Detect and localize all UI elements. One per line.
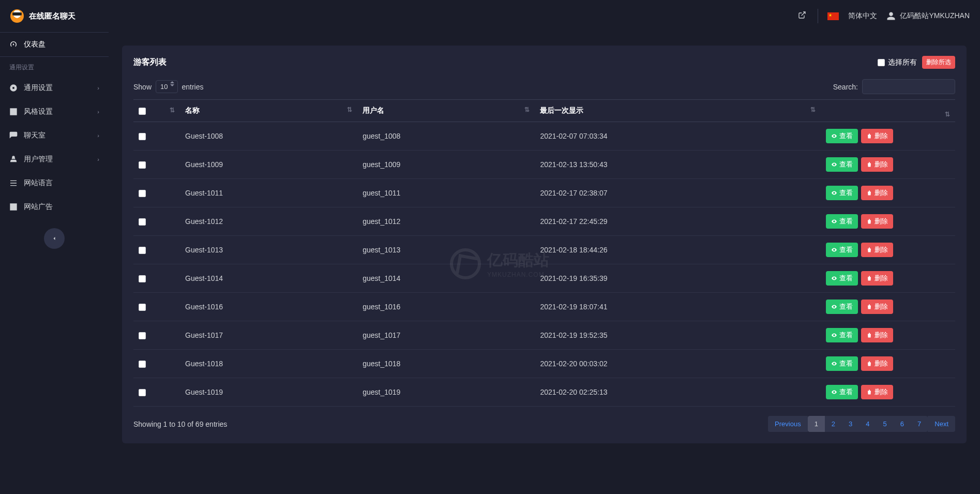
sidebar-item-4[interactable]: 网站语言: [0, 171, 109, 195]
search-input[interactable]: [862, 79, 955, 94]
sidebar-item-0[interactable]: 通用设置›: [0, 76, 109, 100]
table-row: Guest-1009guest_10092021-02-13 13:50:43查…: [133, 151, 955, 179]
topbar-right: 简体中文 亿码酷站YMKUZHAN: [796, 9, 970, 23]
view-button[interactable]: 查看: [826, 129, 858, 143]
page-prev[interactable]: Previous: [768, 416, 808, 432]
select-all-wrapper[interactable]: 选择所有: [878, 58, 917, 67]
cell-username: guest_1013: [357, 236, 535, 264]
row-checkbox[interactable]: [139, 304, 146, 311]
chevron-right-icon: ›: [97, 85, 99, 91]
view-button[interactable]: 查看: [826, 157, 858, 172]
trash-icon: [866, 275, 872, 281]
row-checkbox[interactable]: [139, 361, 146, 368]
user-menu[interactable]: 亿码酷站YMKUZHAN: [886, 11, 970, 21]
sidebar-item-label: 网站语言: [24, 178, 53, 188]
entries-length-control: Show 10 entries: [133, 80, 204, 93]
col-actions[interactable]: [821, 100, 955, 122]
row-checkbox[interactable]: [139, 389, 146, 396]
brand-title: 在线匿名聊天: [29, 11, 76, 21]
row-checkbox[interactable]: [139, 275, 146, 282]
nav-icon-3: [9, 155, 18, 163]
select-all-label: 选择所有: [888, 58, 917, 67]
sidebar-item-3[interactable]: 用户管理›: [0, 147, 109, 171]
cell-name: Guest-1017: [180, 321, 357, 350]
page-2[interactable]: 2: [825, 416, 842, 432]
sidebar-item-2[interactable]: 聊天室›: [0, 124, 109, 147]
row-checkbox[interactable]: [139, 247, 146, 254]
sidebar-collapse-button[interactable]: [44, 228, 65, 249]
page-next[interactable]: Next: [928, 416, 955, 432]
pagination: Previous 1234567 Next: [768, 416, 955, 432]
delete-button[interactable]: 删除: [861, 356, 893, 371]
guest-list-card: 游客列表 选择所有 删除所选 Show 10: [122, 46, 967, 443]
delete-button[interactable]: 删除: [861, 243, 893, 257]
table-info: Showing 1 to 10 of 69 entries: [133, 420, 227, 428]
brand[interactable]: 在线匿名聊天: [0, 9, 109, 23]
table-row: Guest-1017guest_10172021-02-19 19:52:35查…: [133, 321, 955, 350]
header-checkbox[interactable]: [139, 108, 146, 115]
trash-icon: [866, 304, 872, 310]
cell-last-seen: 2021-02-18 18:44:26: [535, 236, 821, 264]
page-6[interactable]: 6: [894, 416, 911, 432]
col-username[interactable]: 用户名: [357, 100, 535, 122]
cell-name: Guest-1009: [180, 151, 357, 179]
view-button[interactable]: 查看: [826, 271, 858, 286]
view-button[interactable]: 查看: [826, 356, 858, 371]
table-row: Guest-1012guest_10122021-02-17 22:45:29查…: [133, 207, 955, 236]
delete-selected-label: 删除所选: [926, 58, 951, 67]
cell-last-seen: 2021-02-07 07:03:34: [535, 122, 821, 151]
row-checkbox[interactable]: [139, 161, 146, 169]
nav-icon-2: [9, 131, 18, 140]
row-checkbox[interactable]: [139, 218, 146, 226]
delete-button[interactable]: 删除: [861, 157, 893, 172]
page-length-select[interactable]: 10: [156, 80, 177, 93]
cell-last-seen: 2021-02-19 18:07:41: [535, 293, 821, 321]
select-all-checkbox[interactable]: [878, 59, 885, 66]
page-1[interactable]: 1: [808, 416, 825, 432]
delete-button[interactable]: 删除: [861, 328, 893, 342]
language-selector[interactable]: 简体中文: [848, 11, 877, 21]
sidebar-item-label: 聊天室: [24, 131, 46, 140]
row-checkbox[interactable]: [139, 190, 146, 197]
delete-button[interactable]: 删除: [861, 385, 893, 399]
view-button[interactable]: 查看: [826, 328, 858, 342]
cell-last-seen: 2021-02-13 13:50:43: [535, 151, 821, 179]
view-button[interactable]: 查看: [826, 214, 858, 229]
external-link-icon[interactable]: [796, 9, 808, 23]
view-button[interactable]: 查看: [826, 186, 858, 200]
row-checkbox[interactable]: [139, 332, 146, 339]
view-button[interactable]: 查看: [826, 243, 858, 257]
sidebar-item-5[interactable]: 网站广告: [0, 195, 109, 219]
sidebar-item-label: 风格设置: [24, 107, 53, 116]
page-3[interactable]: 3: [842, 416, 859, 432]
eye-icon: [831, 190, 837, 196]
sidebar-item-1[interactable]: 风格设置›: [0, 100, 109, 124]
trash-icon: [866, 389, 872, 395]
col-checkbox[interactable]: [133, 100, 180, 122]
delete-button[interactable]: 删除: [861, 271, 893, 286]
sidebar: 仪表盘 通用设置 通用设置›风格设置›聊天室›用户管理›网站语言网站广告: [0, 32, 109, 494]
delete-button[interactable]: 删除: [861, 129, 893, 143]
col-name[interactable]: 名称: [180, 100, 357, 122]
delete-button[interactable]: 删除: [861, 214, 893, 229]
page-5[interactable]: 5: [877, 416, 894, 432]
page-7[interactable]: 7: [911, 416, 928, 432]
cell-username: guest_1008: [357, 122, 535, 151]
view-button[interactable]: 查看: [826, 300, 858, 314]
col-last-seen[interactable]: 最后一次显示: [535, 100, 821, 122]
page-4[interactable]: 4: [859, 416, 876, 432]
eye-icon: [831, 247, 837, 253]
search-label: Search:: [833, 83, 858, 91]
chevron-left-icon: [51, 235, 57, 242]
delete-selected-button[interactable]: 删除所选: [922, 56, 955, 69]
delete-button[interactable]: 删除: [861, 186, 893, 200]
row-checkbox[interactable]: [139, 133, 146, 140]
view-button[interactable]: 查看: [826, 385, 858, 399]
eye-icon: [831, 361, 837, 367]
nav-dashboard[interactable]: 仪表盘: [0, 32, 109, 57]
eye-icon: [831, 389, 837, 395]
nav-icon-5: [9, 203, 18, 211]
cell-name: Guest-1012: [180, 207, 357, 236]
delete-button[interactable]: 删除: [861, 300, 893, 314]
table-row: Guest-1018guest_10182021-02-20 00:03:02查…: [133, 350, 955, 378]
